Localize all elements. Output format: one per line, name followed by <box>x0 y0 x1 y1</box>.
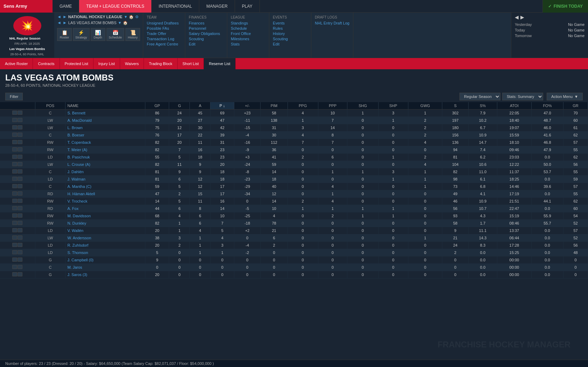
nav-schedule[interactable]: Schedule <box>231 26 265 31</box>
table-row[interactable]: RW N. Dunkley 82 1 6 7 -18 78 0 0 0 0 0 … <box>0 220 588 227</box>
schedule-button[interactable]: 📅 Schedule <box>106 28 125 41</box>
nav-unsigned-draftees[interactable]: Unsigned Draftees <box>147 21 181 26</box>
col-name[interactable]: NAME <box>65 102 145 110</box>
nav-trade-offer[interactable]: Trade Offer <box>147 31 181 36</box>
nav-nhl-draft-log[interactable]: NHL Entry Draft Log <box>315 21 350 26</box>
col-dre[interactable] <box>0 102 35 110</box>
col-g[interactable]: G <box>169 102 190 110</box>
nav-possible-fas[interactable]: Possible FAs <box>147 26 181 31</box>
col-pim[interactable]: PIM <box>261 102 288 110</box>
col-sp[interactable]: S% <box>468 102 497 110</box>
row-name[interactable]: M. Davidsson <box>65 212 145 220</box>
tab-trading-block[interactable]: Trading Block <box>144 58 178 69</box>
table-row[interactable]: LD B. Pasichnuk 55 5 18 23 +3 41 2 6 0 1… <box>0 154 588 161</box>
col-p[interactable]: P ↓ <box>210 102 234 110</box>
row-name[interactable]: J. Campbell (0) <box>65 256 145 264</box>
row-name[interactable]: A. Mantha (C) <box>65 183 145 190</box>
nav-milestones[interactable]: Milestones <box>231 36 265 41</box>
tab-short-list[interactable]: Short List <box>178 58 204 69</box>
action-menu-button[interactable]: Action Menu ▼ <box>547 93 583 100</box>
league-left-arrow[interactable]: ◄ <box>57 14 61 19</box>
table-row[interactable]: C B. Boeser 76 17 22 39 -4 30 4 8 0 0 2 … <box>0 132 588 139</box>
row-name[interactable]: W. Andersson <box>65 234 145 242</box>
finish-today-button[interactable]: ✓ FINISH TODAY <box>542 0 588 13</box>
league-down-icon[interactable]: ▼ <box>124 15 127 19</box>
table-row[interactable]: G J. Campbell (0) 9 0 0 0 0 0 0 0 0 0 0 … <box>0 256 588 264</box>
table-row[interactable]: RD H. Häman Aktell 47 2 15 17 -34 12 0 1… <box>0 190 588 198</box>
nav-rules[interactable]: Rules <box>273 26 307 31</box>
table-row[interactable]: C S. Bennett 86 24 45 69 +23 58 4 10 1 3… <box>0 110 588 117</box>
tab-active-roster[interactable]: Active Roster <box>0 58 33 69</box>
team-right-arrow[interactable]: ► <box>63 20 67 25</box>
row-name[interactable]: A. MacDonald <box>65 117 145 124</box>
nav-item-game[interactable]: GAME <box>53 0 79 13</box>
nav-history[interactable]: History <box>273 31 307 36</box>
col-gr[interactable]: GR <box>563 102 588 110</box>
row-name[interactable]: B. Boeser <box>65 132 145 139</box>
tab-protected-list[interactable]: Protected List <box>60 58 94 69</box>
table-row[interactable]: LW A. MacDonald 79 20 27 47 -11 138 1 7 … <box>0 117 588 124</box>
col-ppg[interactable]: PPG <box>288 102 318 110</box>
season-select[interactable]: Regular Season <box>459 93 500 100</box>
history-button[interactable]: 📜 History <box>125 28 140 41</box>
team-down-icon[interactable]: ▼ <box>118 21 122 25</box>
table-row[interactable]: RW V. Trocheck 14 5 11 16 0 14 2 4 0 0 0… <box>0 198 588 205</box>
table-row[interactable]: RD A. Fox 44 6 8 14 -5 10 1 1 1 1 0 56 1… <box>0 205 588 212</box>
tab-waivers[interactable]: Waivers <box>120 58 144 69</box>
nav-item-team-league[interactable]: TEAM + LEAGUE CONTROLS <box>79 0 152 13</box>
league-settings-icon[interactable]: ⚙ <box>135 15 139 19</box>
stats-select[interactable]: Stats: Summary <box>502 93 543 100</box>
col-atoi[interactable]: ATOI <box>497 102 532 110</box>
col-ppp[interactable]: PPP <box>318 102 347 110</box>
roster-button[interactable]: 📋 Roster <box>57 28 72 41</box>
nav-item-play[interactable]: PLAY <box>235 0 260 13</box>
table-row[interactable]: LD S. Thomson 5 0 1 1 -2 0 0 0 0 0 0 2 0… <box>0 249 588 256</box>
tab-reserve-list[interactable]: Reserve List <box>204 58 235 69</box>
nav-scouting-ev[interactable]: Scouting <box>273 36 307 41</box>
table-row[interactable]: RW T. Meier (A) 82 7 16 23 -9 36 0 0 0 0… <box>0 146 588 154</box>
table-row[interactable]: C J. Dahlén 81 9 9 18 -8 14 0 1 1 3 1 82… <box>0 168 588 176</box>
row-name[interactable]: R. Zuhlsdorf <box>65 242 145 249</box>
row-name[interactable]: S. Bennett <box>65 110 145 117</box>
depth-button[interactable]: 📊 Depth <box>91 28 105 41</box>
row-name[interactable]: L. Crouse (A) <box>65 161 145 168</box>
nav-edit-fin[interactable]: Edit <box>189 42 223 47</box>
nav-scouting-fin[interactable]: Scouting <box>189 36 223 41</box>
row-name[interactable]: T. Copenback <box>65 139 145 146</box>
table-row[interactable]: RW M. Davidsson 68 4 6 10 -25 4 0 2 1 1 … <box>0 212 588 220</box>
nav-standings[interactable]: Standings <box>231 21 265 26</box>
row-name[interactable]: V. Wallén <box>65 227 145 234</box>
table-row[interactable]: LW L. Brown 75 12 30 42 -15 31 3 14 0 0 … <box>0 124 588 132</box>
row-name[interactable]: A. Fox <box>65 205 145 212</box>
row-name[interactable]: V. Trocheck <box>65 198 145 205</box>
row-name[interactable]: B. Pasichnuk <box>65 154 145 161</box>
table-row[interactable]: RW T. Copenback 82 20 11 31 -16 112 7 7 … <box>0 139 588 146</box>
table-row[interactable]: C M. Jaros 0 0 0 0 0 0 0 0 0 0 0 0 0.0 0… <box>0 264 588 271</box>
nav-salary-obligations[interactable]: Salary Obligations <box>189 31 223 36</box>
nav-stats[interactable]: Stats <box>231 42 265 47</box>
row-name[interactable]: J. Dahlén <box>65 168 145 176</box>
dates-prev-btn[interactable]: ◀ <box>515 14 519 20</box>
col-gwg[interactable]: GWG <box>408 102 442 110</box>
team-left-arrow[interactable]: ◄ <box>57 20 61 25</box>
col-pm[interactable]: +/- <box>234 102 261 110</box>
row-name[interactable]: L. Brown <box>65 124 145 132</box>
tab-injury-list[interactable]: Injury List <box>94 58 120 69</box>
league-home-icon[interactable]: 🏠 <box>129 15 134 19</box>
filter-button[interactable]: Filter <box>5 93 23 100</box>
nav-front-office[interactable]: Front Office <box>231 31 265 36</box>
row-name[interactable]: N. Dunkley <box>65 220 145 227</box>
table-row[interactable]: LD R. Zuhlsdorf 20 2 1 3 -4 2 0 0 0 0 0 … <box>0 242 588 249</box>
row-name[interactable]: H. Häman Aktell <box>65 190 145 198</box>
col-pos[interactable]: POS <box>35 102 65 110</box>
col-fo[interactable]: FO% <box>531 102 563 110</box>
nav-item-manager[interactable]: MANAGER <box>199 0 235 13</box>
row-name[interactable]: J. Walman <box>65 176 145 183</box>
row-name[interactable]: M. Jaros <box>65 264 145 271</box>
col-s[interactable]: S <box>442 102 468 110</box>
nav-personnel[interactable]: Personnel <box>189 26 223 31</box>
table-row[interactable]: LW W. Andersson 38 3 1 4 0 6 0 0 0 0 1 2… <box>0 234 588 242</box>
table-row[interactable]: LW L. Crouse (A) 82 11 9 20 -24 59 0 0 0… <box>0 161 588 168</box>
strategy-button[interactable]: ⚡ Strategy <box>73 28 90 41</box>
tab-contracts[interactable]: Contracts <box>33 58 60 69</box>
